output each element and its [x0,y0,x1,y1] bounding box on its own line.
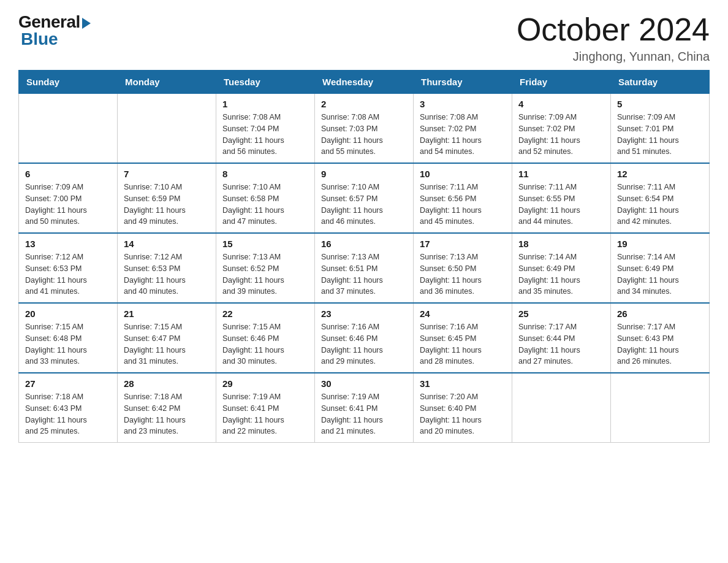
day-info: Sunrise: 7:08 AMSunset: 7:03 PMDaylight:… [321,112,407,158]
calendar-header-monday: Monday [118,71,216,94]
calendar-table: SundayMondayTuesdayWednesdayThursdayFrid… [18,70,710,443]
day-info: Sunrise: 7:12 AMSunset: 6:53 PMDaylight:… [25,251,111,297]
calendar-week-row: 20Sunrise: 7:15 AMSunset: 6:48 PMDayligh… [19,303,710,373]
calendar-cell: 8Sunrise: 7:10 AMSunset: 6:58 PMDaylight… [216,163,315,233]
day-number: 16 [321,239,407,249]
day-info: Sunrise: 7:10 AMSunset: 6:59 PMDaylight:… [124,182,210,228]
day-info: Sunrise: 7:15 AMSunset: 6:48 PMDaylight:… [25,321,111,367]
day-number: 10 [420,169,506,179]
day-info: Sunrise: 7:09 AMSunset: 7:00 PMDaylight:… [25,182,111,228]
calendar-cell: 9Sunrise: 7:10 AMSunset: 6:57 PMDaylight… [315,163,414,233]
calendar-header-thursday: Thursday [414,71,512,94]
day-number: 28 [124,378,210,389]
day-number: 21 [124,308,210,319]
day-info: Sunrise: 7:09 AMSunset: 7:01 PMDaylight:… [617,112,703,158]
day-info: Sunrise: 7:15 AMSunset: 6:47 PMDaylight:… [124,321,210,367]
calendar-cell: 14Sunrise: 7:12 AMSunset: 6:53 PMDayligh… [118,233,216,303]
day-info: Sunrise: 7:13 AMSunset: 6:52 PMDaylight:… [222,251,308,297]
calendar-cell [118,94,216,164]
day-info: Sunrise: 7:19 AMSunset: 6:41 PMDaylight:… [222,391,308,437]
day-number: 12 [617,169,703,179]
calendar-cell: 3Sunrise: 7:08 AMSunset: 7:02 PMDaylight… [414,94,512,164]
day-number: 6 [25,169,111,179]
day-info: Sunrise: 7:20 AMSunset: 6:40 PMDaylight:… [420,391,506,437]
calendar-cell: 19Sunrise: 7:14 AMSunset: 6:49 PMDayligh… [611,233,710,303]
day-info: Sunrise: 7:08 AMSunset: 7:02 PMDaylight:… [420,112,506,158]
day-info: Sunrise: 7:12 AMSunset: 6:53 PMDaylight:… [124,251,210,297]
day-info: Sunrise: 7:11 AMSunset: 6:54 PMDaylight:… [617,182,703,228]
day-number: 5 [617,99,703,109]
day-info: Sunrise: 7:17 AMSunset: 6:43 PMDaylight:… [617,321,703,367]
calendar-cell: 24Sunrise: 7:16 AMSunset: 6:45 PMDayligh… [414,303,512,373]
day-info: Sunrise: 7:13 AMSunset: 6:50 PMDaylight:… [420,251,506,297]
day-info: Sunrise: 7:11 AMSunset: 6:56 PMDaylight:… [420,182,506,228]
day-number: 18 [518,239,604,249]
day-number: 8 [222,169,308,179]
month-title: October 2024 [517,12,710,47]
calendar-cell: 2Sunrise: 7:08 AMSunset: 7:03 PMDaylight… [315,94,414,164]
day-number: 25 [518,308,604,319]
day-info: Sunrise: 7:11 AMSunset: 6:55 PMDaylight:… [518,182,604,228]
location-text: Jinghong, Yunnan, China [517,50,710,64]
day-info: Sunrise: 7:14 AMSunset: 6:49 PMDaylight:… [518,251,604,297]
logo-blue-text: Blue [18,29,58,49]
calendar-cell: 25Sunrise: 7:17 AMSunset: 6:44 PMDayligh… [512,303,611,373]
calendar-cell: 17Sunrise: 7:13 AMSunset: 6:50 PMDayligh… [414,233,512,303]
day-info: Sunrise: 7:08 AMSunset: 7:04 PMDaylight:… [222,112,308,158]
calendar-header-sunday: Sunday [19,71,118,94]
day-number: 9 [321,169,407,179]
calendar-cell: 27Sunrise: 7:18 AMSunset: 6:43 PMDayligh… [19,373,118,443]
title-block: October 2024 Jinghong, Yunnan, China [517,12,710,64]
day-info: Sunrise: 7:09 AMSunset: 7:02 PMDaylight:… [518,112,604,158]
day-number: 20 [25,308,111,319]
day-info: Sunrise: 7:15 AMSunset: 6:46 PMDaylight:… [222,321,308,367]
calendar-week-row: 1Sunrise: 7:08 AMSunset: 7:04 PMDaylight… [19,94,710,164]
day-info: Sunrise: 7:19 AMSunset: 6:41 PMDaylight:… [321,391,407,437]
calendar-cell: 20Sunrise: 7:15 AMSunset: 6:48 PMDayligh… [19,303,118,373]
day-number: 2 [321,99,407,109]
day-number: 3 [420,99,506,109]
calendar-header-friday: Friday [512,71,611,94]
day-number: 19 [617,239,703,249]
day-number: 22 [222,308,308,319]
day-number: 17 [420,239,506,249]
day-number: 13 [25,239,111,249]
logo: General Blue [18,12,91,49]
calendar-cell: 26Sunrise: 7:17 AMSunset: 6:43 PMDayligh… [611,303,710,373]
day-info: Sunrise: 7:18 AMSunset: 6:43 PMDaylight:… [25,391,111,437]
calendar-cell: 21Sunrise: 7:15 AMSunset: 6:47 PMDayligh… [118,303,216,373]
day-number: 7 [124,169,210,179]
calendar-week-row: 27Sunrise: 7:18 AMSunset: 6:43 PMDayligh… [19,373,710,443]
calendar-cell: 18Sunrise: 7:14 AMSunset: 6:49 PMDayligh… [512,233,611,303]
calendar-cell: 5Sunrise: 7:09 AMSunset: 7:01 PMDaylight… [611,94,710,164]
calendar-cell: 15Sunrise: 7:13 AMSunset: 6:52 PMDayligh… [216,233,315,303]
calendar-cell: 28Sunrise: 7:18 AMSunset: 6:42 PMDayligh… [118,373,216,443]
calendar-cell: 30Sunrise: 7:19 AMSunset: 6:41 PMDayligh… [315,373,414,443]
calendar-cell: 29Sunrise: 7:19 AMSunset: 6:41 PMDayligh… [216,373,315,443]
day-info: Sunrise: 7:16 AMSunset: 6:45 PMDaylight:… [420,321,506,367]
page-header: General Blue October 2024 Jinghong, Yunn… [18,12,710,64]
calendar-cell [512,373,611,443]
calendar-cell: 23Sunrise: 7:16 AMSunset: 6:46 PMDayligh… [315,303,414,373]
day-info: Sunrise: 7:10 AMSunset: 6:57 PMDaylight:… [321,182,407,228]
day-number: 31 [420,378,506,389]
calendar-cell: 12Sunrise: 7:11 AMSunset: 6:54 PMDayligh… [611,163,710,233]
day-info: Sunrise: 7:18 AMSunset: 6:42 PMDaylight:… [124,391,210,437]
day-info: Sunrise: 7:13 AMSunset: 6:51 PMDaylight:… [321,251,407,297]
calendar-cell [19,94,118,164]
calendar-header-wednesday: Wednesday [315,71,414,94]
day-info: Sunrise: 7:17 AMSunset: 6:44 PMDaylight:… [518,321,604,367]
calendar-cell: 16Sunrise: 7:13 AMSunset: 6:51 PMDayligh… [315,233,414,303]
day-number: 27 [25,378,111,389]
day-number: 4 [518,99,604,109]
calendar-cell: 13Sunrise: 7:12 AMSunset: 6:53 PMDayligh… [19,233,118,303]
calendar-cell: 1Sunrise: 7:08 AMSunset: 7:04 PMDaylight… [216,94,315,164]
day-number: 23 [321,308,407,319]
calendar-cell [611,373,710,443]
day-number: 15 [222,239,308,249]
calendar-header-tuesday: Tuesday [216,71,315,94]
calendar-cell: 22Sunrise: 7:15 AMSunset: 6:46 PMDayligh… [216,303,315,373]
calendar-cell: 10Sunrise: 7:11 AMSunset: 6:56 PMDayligh… [414,163,512,233]
day-number: 26 [617,308,703,319]
day-number: 1 [222,99,308,109]
